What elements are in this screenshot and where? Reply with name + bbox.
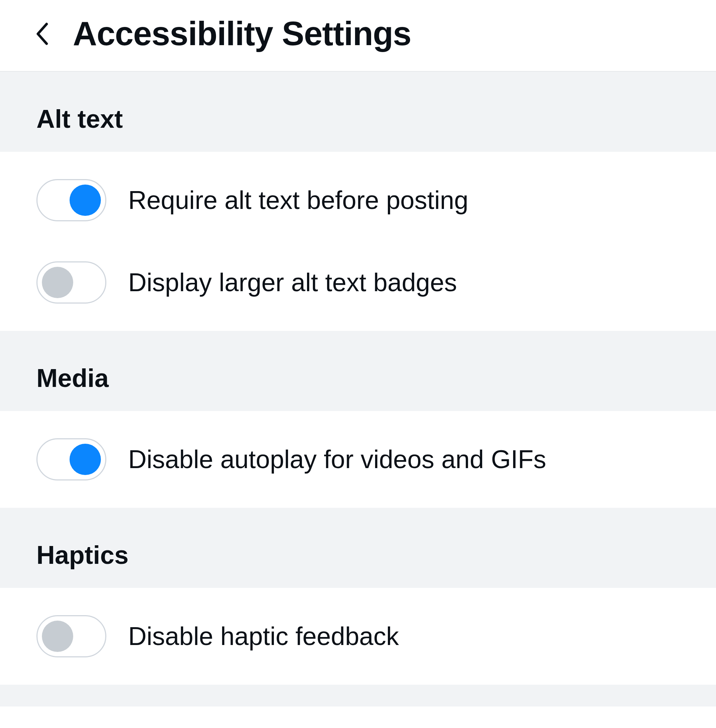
section-body-haptics: Disable haptic feedback: [0, 588, 716, 685]
toggle-knob: [42, 621, 73, 652]
toggle-knob: [70, 444, 101, 475]
section-header-haptics: Haptics: [0, 508, 716, 588]
chevron-left-icon: [34, 22, 50, 46]
toggle-disable-autoplay[interactable]: [36, 438, 106, 480]
toggle-knob: [42, 267, 73, 298]
toggle-knob: [70, 185, 101, 216]
section-header-media: Media: [0, 331, 716, 411]
page-header: Accessibility Settings: [0, 0, 716, 72]
setting-row-disable-autoplay: Disable autoplay for videos and GIFs: [0, 418, 716, 501]
setting-row-require-alt-text: Require alt text before posting: [0, 159, 716, 241]
toggle-larger-badges[interactable]: [36, 261, 106, 304]
setting-label: Require alt text before posting: [128, 185, 468, 215]
section-header-alt-text: Alt text: [0, 72, 716, 152]
page-title: Accessibility Settings: [73, 15, 411, 53]
setting-row-larger-badges: Display larger alt text badges: [0, 241, 716, 324]
toggle-disable-haptics[interactable]: [36, 615, 106, 657]
setting-label: Display larger alt text badges: [128, 267, 457, 298]
section-body-alt-text: Require alt text before posting Display …: [0, 152, 716, 331]
setting-label: Disable haptic feedback: [128, 621, 399, 652]
section-title: Media: [36, 364, 680, 393]
section-body-media: Disable autoplay for videos and GIFs: [0, 411, 716, 508]
section-title: Alt text: [36, 104, 680, 133]
back-button[interactable]: [29, 21, 55, 47]
setting-row-disable-haptics: Disable haptic feedback: [0, 595, 716, 677]
section-title: Haptics: [36, 540, 680, 570]
trailing-spacer: [0, 685, 716, 707]
setting-label: Disable autoplay for videos and GIFs: [128, 444, 546, 475]
toggle-require-alt-text[interactable]: [36, 179, 106, 221]
